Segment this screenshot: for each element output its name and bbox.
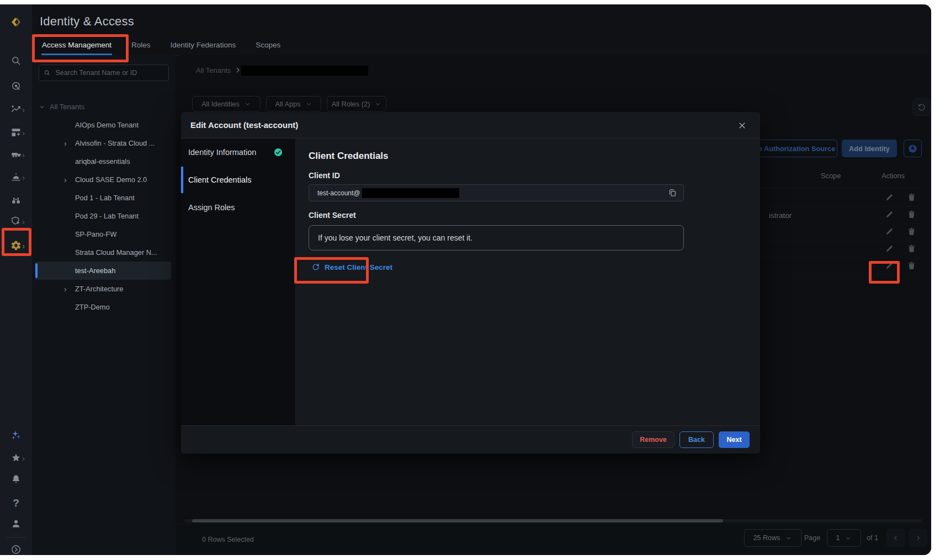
tenant-search-input[interactable] — [54, 68, 164, 77]
step-client-credentials[interactable]: Client Credentials — [181, 166, 295, 194]
close-icon — [738, 121, 746, 130]
step-identity-information[interactable]: Identity Information — [181, 138, 295, 166]
shield-cursor-icon[interactable] — [10, 215, 22, 227]
tenant-item-alvisofin[interactable]: ›Alvisofin - Strata Cloud ... — [35, 134, 171, 152]
screenshot-page: › › › › › › › ? — [0, 0, 940, 560]
modal-title: Edit Account (test-account) — [190, 120, 298, 130]
modal-footer: Remove Back Next — [181, 425, 760, 454]
favorites-star-icon[interactable] — [10, 452, 22, 464]
tenant-item-ztp-demo[interactable]: ZTP-Demo — [35, 298, 171, 316]
expand-rail-icon[interactable] — [10, 543, 22, 555]
tab-scopes[interactable]: Scopes — [255, 36, 281, 55]
search-icon — [44, 69, 50, 77]
section-heading: Client Credentials — [309, 151, 747, 162]
brand-logo-icon — [10, 16, 22, 28]
modal-step-nav: Identity Information Client Credentials … — [181, 138, 295, 425]
chevron-right-icon: › — [22, 454, 25, 462]
help-icon[interactable]: ? — [10, 497, 22, 509]
tenant-item-strata-cloud[interactable]: Strata Cloud Manager N... — [35, 243, 171, 262]
alarm-icon[interactable] — [10, 171, 22, 183]
settings-gear-icon[interactable] — [10, 239, 22, 252]
back-button[interactable]: Back — [679, 431, 714, 448]
chevron-right-icon: › — [22, 217, 25, 226]
chevron-right-icon: › — [64, 175, 67, 184]
tenant-item-test-areebah[interactable]: test-Areebah — [35, 262, 171, 280]
app-header: Identity & Access Access Management Role… — [32, 4, 931, 56]
tenant-item-cloud-sase[interactable]: ›Cloud SASE Demo 2.0 — [35, 170, 171, 189]
chevron-right-icon: › — [22, 105, 25, 114]
client-id-value: test-account@ — [317, 189, 360, 197]
modal-body: Identity Information Client Credentials … — [181, 138, 760, 425]
chevron-right-icon: › — [64, 139, 67, 148]
step-assign-roles[interactable]: Assign Roles — [181, 194, 295, 221]
vehicle-shield-icon[interactable] — [10, 148, 22, 161]
target-nav-icon[interactable] — [10, 80, 22, 92]
tab-roles[interactable]: Roles — [131, 36, 151, 55]
client-secret-label: Client Secret — [309, 211, 747, 220]
check-circle-icon — [273, 147, 283, 157]
tenant-item-aiops[interactable]: AIOps Demo Tenant — [35, 116, 171, 134]
search-nav-icon[interactable] — [10, 55, 22, 67]
close-button[interactable] — [736, 119, 748, 131]
dashboard-add-icon[interactable] — [10, 126, 22, 138]
rail-divider — [7, 537, 25, 538]
app-window: › › › › › › › ? — [0, 4, 931, 555]
notifications-bell-icon[interactable] — [10, 473, 22, 486]
chevron-down-icon — [39, 104, 45, 110]
client-id-label: Client ID — [309, 171, 747, 180]
chevron-right-icon: › — [64, 285, 67, 294]
tab-access-management[interactable]: Access Management — [41, 36, 112, 55]
tenant-tree-root[interactable]: All Tenants — [32, 98, 176, 116]
tenant-item-zt-architecture[interactable]: ›ZT-Architecture — [35, 280, 171, 298]
client-secret-note: If you lose your client secret, you can … — [309, 225, 684, 250]
page-title: Identity & Access — [40, 14, 134, 29]
tenant-item-ariqbal[interactable]: ariqbal-essentials — [35, 152, 171, 170]
modal-content: Client Credentials Client ID test-accoun… — [295, 138, 760, 425]
insights-trend-icon[interactable] — [10, 103, 22, 115]
tenant-tree: All Tenants AIOps Demo Tenant ›Alvisofin… — [32, 98, 176, 316]
tenant-search-box — [39, 65, 169, 81]
client-id-field[interactable]: test-account@ — [309, 184, 684, 201]
tenant-item-pod1[interactable]: Pod 1 - Lab Tenant — [35, 189, 171, 207]
binoculars-icon[interactable] — [10, 194, 22, 206]
edit-account-modal: Edit Account (test-account) Identity Inf… — [181, 112, 760, 454]
tab-bar: Access Management Roles Identity Federat… — [41, 36, 281, 55]
icon-rail: › › › › › › › ? — [0, 4, 32, 555]
modal-header: Edit Account (test-account) — [181, 112, 760, 138]
copy-icon[interactable] — [668, 188, 678, 198]
chevron-right-icon: › — [22, 129, 25, 137]
chevron-right-icon: › — [22, 242, 25, 250]
chevron-right-icon: › — [22, 173, 25, 182]
refresh-icon — [311, 263, 320, 271]
tenant-item-pod29[interactable]: Pod 29 - Lab Tenant — [35, 207, 171, 225]
remove-button[interactable]: Remove — [632, 431, 675, 448]
chevron-right-icon: › — [22, 151, 25, 159]
ai-sparkles-icon[interactable] — [10, 429, 22, 441]
tenant-item-sp-pano-fw[interactable]: SP-Pano-FW — [35, 225, 171, 243]
redacted-client-id — [362, 188, 459, 198]
user-profile-icon[interactable] — [10, 518, 22, 530]
next-button[interactable]: Next — [719, 431, 750, 448]
tab-identity-federations[interactable]: Identity Federations — [170, 36, 237, 55]
reset-client-secret-button[interactable]: Reset Client Secret — [311, 263, 392, 271]
tenant-sidebar: All Tenants AIOps Demo Tenant ›Alvisofin… — [32, 55, 176, 555]
